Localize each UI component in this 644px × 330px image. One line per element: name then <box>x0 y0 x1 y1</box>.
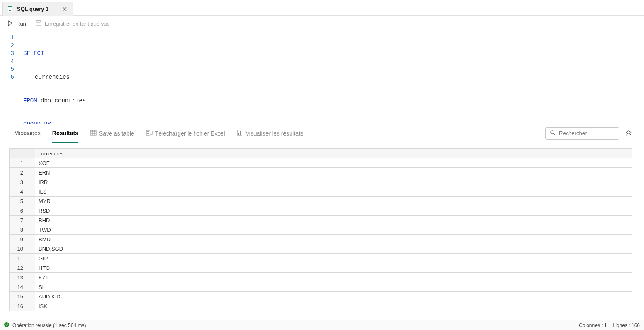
search-input-wrapper[interactable] <box>545 127 619 140</box>
table-row[interactable]: 9BMD <box>10 235 632 244</box>
sql-identifier: dbo.countries <box>41 97 86 104</box>
cell-value[interactable]: BND,SGD <box>35 244 632 254</box>
results-toolbar: Messages Résultats Save as table Télécha… <box>0 124 644 143</box>
line-number: 1 <box>0 34 14 42</box>
visualize-label: Visualiser les résultats <box>246 130 303 137</box>
table-row[interactable]: 7BHD <box>10 216 632 225</box>
search-input[interactable] <box>559 130 629 136</box>
svg-rect-4 <box>37 21 40 22</box>
row-number: 12 <box>10 263 35 273</box>
cell-value[interactable]: IRR <box>35 177 632 187</box>
collapse-panel-button[interactable] <box>625 129 632 138</box>
sql-keyword: FROM <box>23 97 37 104</box>
svg-rect-8 <box>238 133 239 135</box>
double-chevron-up-icon <box>625 131 632 138</box>
row-number: 1 <box>10 158 35 168</box>
save-as-table-button[interactable]: Save as table <box>90 129 134 137</box>
svg-rect-7 <box>150 131 152 134</box>
row-number: 8 <box>10 225 35 235</box>
svg-rect-10 <box>242 133 242 135</box>
run-label: Run <box>16 21 26 27</box>
cell-value[interactable]: RSD <box>35 206 632 216</box>
save-view-icon <box>35 20 42 28</box>
cell-value[interactable]: MYR <box>35 197 632 206</box>
row-number: 13 <box>10 273 35 282</box>
close-tab-icon[interactable] <box>62 6 68 12</box>
tab-bar: SQL query 1 <box>0 0 644 16</box>
visualize-results-button[interactable]: Visualiser les résultats <box>237 129 303 137</box>
run-button[interactable]: Run <box>7 20 26 28</box>
cell-value[interactable]: ILS <box>35 187 632 197</box>
table-row[interactable]: 12HTG <box>10 263 632 273</box>
download-excel-label: Télécharger le fichier Excel <box>155 130 225 137</box>
row-number: 7 <box>10 216 35 225</box>
table-row[interactable]: 10BND,SGD <box>10 244 632 254</box>
cell-value[interactable]: SLL <box>35 282 632 292</box>
results-grid-wrapper[interactable]: currencies 1XOF2ERN3IRR4ILS5MYR6RSD7BHD8… <box>0 143 644 320</box>
sql-keyword: GROUP BY <box>23 121 51 124</box>
search-icon <box>550 130 556 137</box>
table-row[interactable]: 4ILS <box>10 187 632 197</box>
table-row[interactable]: 2ERN <box>10 168 632 177</box>
cell-value[interactable]: KZT <box>35 273 632 282</box>
table-row[interactable]: 8TWD <box>10 225 632 235</box>
success-icon <box>4 322 9 328</box>
table-row[interactable]: 5MYR <box>10 197 632 206</box>
tab-title: SQL query 1 <box>17 6 48 12</box>
line-number: 2 <box>0 42 14 50</box>
play-icon <box>7 20 13 28</box>
table-row[interactable]: 1XOF <box>10 158 632 168</box>
svg-rect-5 <box>90 130 96 135</box>
sql-file-icon <box>7 6 14 12</box>
table-row[interactable]: 14SLL <box>10 282 632 292</box>
table-row[interactable]: 11GIP <box>10 254 632 263</box>
table-row[interactable]: 16ISK <box>10 301 632 311</box>
sql-keyword: SELECT <box>23 50 44 57</box>
row-number: 10 <box>10 244 35 254</box>
row-number: 4 <box>10 187 35 197</box>
header-row-number <box>10 149 35 158</box>
code-area[interactable]: SELECT currencies FROM dbo.countries GRO… <box>19 32 644 124</box>
save-as-table-label: Save as table <box>99 130 134 137</box>
line-number: 6 <box>0 73 14 81</box>
sql-editor[interactable]: 1 2 3 4 5 6 SELECT currencies FROM dbo.c… <box>0 32 644 124</box>
cell-value[interactable]: AUD,KID <box>35 292 632 301</box>
line-number: 3 <box>0 50 14 58</box>
table-row[interactable]: 3IRR <box>10 177 632 187</box>
results-grid[interactable]: currencies 1XOF2ERN3IRR4ILS5MYR6RSD7BHD8… <box>9 148 632 311</box>
editor-gutter: 1 2 3 4 5 6 <box>0 32 19 124</box>
cell-value[interactable]: XOF <box>35 158 632 168</box>
editor-toolbar: Run Enregistrer en tant que vue <box>0 16 644 32</box>
cell-value[interactable]: HTG <box>35 263 632 273</box>
table-row[interactable]: 13KZT <box>10 273 632 282</box>
cell-value[interactable]: BMD <box>35 235 632 244</box>
status-columns: Colonnes : 1 <box>579 323 607 328</box>
save-as-view-button: Enregistrer en tant que vue <box>35 20 110 28</box>
cell-value[interactable]: ISK <box>35 301 632 311</box>
tab-sql-query[interactable]: SQL query 1 <box>2 2 73 16</box>
row-number: 11 <box>10 254 35 263</box>
line-number: 4 <box>0 58 14 66</box>
status-message: Opération réussie (1 sec 564 ms) <box>12 323 86 328</box>
download-excel-button[interactable]: Télécharger le fichier Excel <box>146 129 225 137</box>
column-header[interactable]: currencies <box>35 149 632 158</box>
cell-value[interactable]: ERN <box>35 168 632 177</box>
cell-value[interactable]: TWD <box>35 225 632 235</box>
tab-results[interactable]: Résultats <box>52 124 78 143</box>
svg-point-11 <box>551 131 554 134</box>
status-bar: Opération réussie (1 sec 564 ms) Colonne… <box>0 320 644 330</box>
svg-rect-2 <box>9 10 11 11</box>
tab-messages[interactable]: Messages <box>14 124 41 143</box>
sql-identifier: currencies <box>35 74 70 80</box>
row-number: 16 <box>10 301 35 311</box>
status-rows: Lignes : 166 <box>613 323 640 328</box>
row-number: 15 <box>10 292 35 301</box>
cell-value[interactable]: BHD <box>35 216 632 225</box>
table-row[interactable]: 6RSD <box>10 206 632 216</box>
table-row[interactable]: 15AUD,KID <box>10 292 632 301</box>
row-number: 3 <box>10 177 35 187</box>
cell-value[interactable]: GIP <box>35 254 632 263</box>
table-header-row: currencies <box>10 149 632 158</box>
table-icon <box>90 129 97 137</box>
row-number: 6 <box>10 206 35 216</box>
